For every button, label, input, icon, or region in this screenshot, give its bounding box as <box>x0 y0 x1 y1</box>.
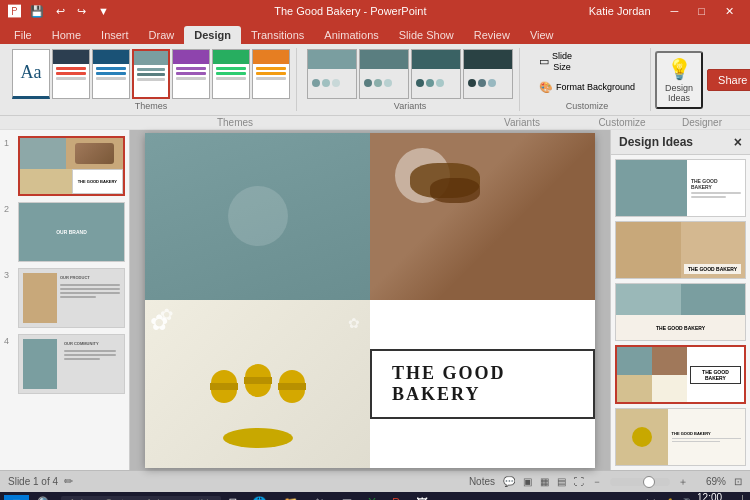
edit-icon[interactable]: ✏ <box>64 475 73 488</box>
design-idea-4[interactable]: THE GOOD BAKERY <box>615 345 746 403</box>
design-panel-close[interactable]: × <box>734 134 742 150</box>
slide-preview-3[interactable]: OUR PRODUCT <box>18 268 125 328</box>
slide-title-box[interactable]: THE GOOD BAKERY <box>370 349 595 419</box>
variant-3[interactable] <box>411 49 461 99</box>
slide-size-icon: ▭ <box>539 55 549 68</box>
status-bar-right: Notes 💬 ▣ ▦ ▤ ⛶ － ＋ 69% ⊡ <box>469 475 742 489</box>
tab-home[interactable]: Home <box>42 26 91 44</box>
slide-2-label: OUR BRAND <box>56 229 87 235</box>
theme-swatch-5[interactable] <box>212 49 250 99</box>
edge-icon[interactable]: 🌐 <box>246 494 273 500</box>
slide-num-4: 4 <box>4 336 14 346</box>
tab-insert[interactable]: Insert <box>91 26 139 44</box>
design-idea-1[interactable]: THE GOODBAKERY <box>615 159 746 217</box>
taskbar: ⊞ 🔍 ⧉ 🌐 📁 🛍 ✉ X P 🖼 www.Romaak.ir 🔔 🔊 12… <box>0 492 750 500</box>
designer-label: Designer <box>662 117 742 128</box>
theme-grid: Aa <box>12 48 290 99</box>
design-idea-3[interactable]: THE GOOD BAKERY <box>615 283 746 341</box>
zoom-out-icon[interactable]: － <box>592 475 602 489</box>
view-reading-icon[interactable]: ▤ <box>557 476 566 487</box>
slide-size-button[interactable]: ▭ Slide Size <box>530 48 644 76</box>
ribbon-section-labels: Themes Variants Customize Designer <box>0 116 750 130</box>
quick-access-undo[interactable]: ↩ <box>53 5 68 18</box>
user-name: Katie Jordan <box>589 5 651 17</box>
variants-section-label: Variants <box>394 101 426 111</box>
design-panel-title: Design Ideas <box>619 135 693 149</box>
slide-preview-1[interactable]: THE GOOD BAKERY <box>18 136 125 196</box>
design-idea-2[interactable]: THE GOOD BAKERY <box>615 221 746 279</box>
view-slide-icon[interactable]: ▦ <box>540 476 549 487</box>
quick-access-save[interactable]: 💾 <box>27 5 47 18</box>
slide-thumb-4[interactable]: 4 OUR COMMUNITY <box>4 334 125 394</box>
variants-label: Variants <box>462 117 582 128</box>
maximize-button[interactable]: □ <box>690 5 713 17</box>
slide-1-text-box: THE GOOD BAKERY <box>72 169 124 194</box>
slide-3-inner: OUR PRODUCT <box>19 269 124 327</box>
fit-slide-icon[interactable]: ⊡ <box>734 476 742 487</box>
format-background-button[interactable]: 🎨 Format Background <box>530 78 644 97</box>
theme-swatch-1[interactable] <box>52 49 90 99</box>
di2-title: THE GOOD BAKERY <box>684 264 741 274</box>
bread-visual <box>370 133 595 301</box>
status-bar: Slide 1 of 4 ✏ Notes 💬 ▣ ▦ ▤ ⛶ － ＋ 69% ⊡ <box>0 470 750 492</box>
tab-file[interactable]: File <box>4 26 42 44</box>
tab-slideshow[interactable]: Slide Show <box>389 26 464 44</box>
slide-1-inner: THE GOOD BAKERY <box>20 138 123 194</box>
design-idea-5[interactable]: THE GOOD BAKERY <box>615 408 746 466</box>
slide-1-title: THE GOOD BAKERY <box>76 177 119 186</box>
slide-thumb-3[interactable]: 3 OUR PRODUCT <box>4 268 125 328</box>
slide-preview-2[interactable]: OUR BRAND <box>18 202 125 262</box>
file-explorer-icon[interactable]: 📁 <box>277 494 304 500</box>
excel-icon[interactable]: X <box>362 494 382 500</box>
variant-1[interactable] <box>307 49 357 99</box>
tab-view[interactable]: View <box>520 26 564 44</box>
design-ideas-button[interactable]: 💡 DesignIdeas <box>655 51 703 109</box>
share-button[interactable]: Share <box>707 69 750 91</box>
theme-swatch-2[interactable] <box>92 49 130 99</box>
cortana-search[interactable] <box>61 496 221 501</box>
di5-title: THE GOOD BAKERY <box>672 431 741 436</box>
zoom-slider[interactable] <box>610 478 670 486</box>
format-bg-label: Format Background <box>556 82 635 92</box>
photos-icon[interactable]: 🖼 <box>410 494 434 500</box>
mail-icon[interactable]: ✉ <box>336 494 358 500</box>
workspace: 1 THE GOOD BAKERY <box>0 130 750 470</box>
slide-4-inner: OUR COMMUNITY <box>19 335 124 393</box>
slide-thumb-1[interactable]: 1 THE GOOD BAKERY <box>4 136 125 196</box>
di1-right: THE GOODBAKERY <box>687 160 745 216</box>
variant-2[interactable] <box>359 49 409 99</box>
ribbon-right-actions: 💡 DesignIdeas Share <box>655 48 750 111</box>
quick-access-more[interactable]: ▼ <box>95 5 112 17</box>
close-button[interactable]: ✕ <box>717 5 742 18</box>
view-normal-icon[interactable]: ▣ <box>523 476 532 487</box>
slide-3-lines: OUR PRODUCT <box>60 273 120 298</box>
view-presenter-icon[interactable]: ⛶ <box>574 476 584 487</box>
slide-thumb-2[interactable]: 2 OUR BRAND <box>4 202 125 262</box>
store-icon[interactable]: 🛍 <box>308 494 332 500</box>
theme-swatch-4[interactable] <box>172 49 210 99</box>
tab-review[interactable]: Review <box>464 26 520 44</box>
variant-4[interactable] <box>463 49 513 99</box>
cortana-icon[interactable]: 🔍 <box>33 496 57 501</box>
tab-design[interactable]: Design <box>184 26 241 44</box>
slide-title-text: THE GOOD BAKERY <box>392 363 506 404</box>
task-view-icon[interactable]: ⧉ <box>225 495 242 500</box>
start-button[interactable]: ⊞ <box>4 495 29 501</box>
show-desktop-button[interactable] <box>742 495 746 500</box>
macaron-2 <box>244 364 272 397</box>
theme-current[interactable]: Aa <box>12 49 50 99</box>
tab-draw[interactable]: Draw <box>139 26 185 44</box>
tab-animations[interactable]: Animations <box>314 26 388 44</box>
powerpoint-taskbar-icon[interactable]: P <box>386 494 406 500</box>
theme-swatch-3[interactable] <box>132 49 170 99</box>
theme-swatch-6[interactable] <box>252 49 290 99</box>
quick-access-redo[interactable]: ↪ <box>74 5 89 18</box>
tab-transitions[interactable]: Transitions <box>241 26 314 44</box>
slide-photo-topleft <box>145 133 370 301</box>
notes-button[interactable]: Notes <box>469 476 495 487</box>
minimize-button[interactable]: ─ <box>663 5 687 17</box>
title-bar-right: Katie Jordan ─ □ ✕ <box>589 5 742 18</box>
zoom-in-icon[interactable]: ＋ <box>678 475 688 489</box>
slide-preview-4[interactable]: OUR COMMUNITY <box>18 334 125 394</box>
comments-icon[interactable]: 💬 <box>503 476 515 487</box>
